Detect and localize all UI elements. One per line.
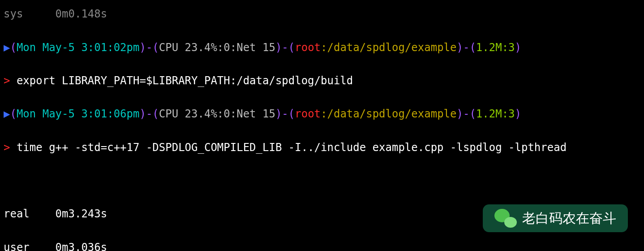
prompt-user: root <box>295 41 321 54</box>
command-text: export LIBRARY_PATH=$LIBRARY_PATH:/data/… <box>17 74 353 87</box>
watermark-badge: 老白码农在奋斗 <box>483 204 628 232</box>
prompt-date: Mon May-5 <box>17 108 75 120</box>
prompt-path: /data/spdlog/example <box>327 108 457 120</box>
wechat-icon <box>494 209 517 228</box>
prompt-date: Mon May-5 <box>17 41 75 54</box>
timing-value: 0m3.243s <box>56 208 107 220</box>
prompt-time: 3:01:02pm <box>81 41 139 54</box>
blank-line <box>4 173 640 189</box>
timing-value: 0m0.148s <box>56 8 107 20</box>
prompt-disk: 1.2M:3 <box>476 41 515 54</box>
prompt-disk: 1.2M:3 <box>476 108 515 120</box>
timing-label: sys <box>4 8 23 20</box>
prompt-time: 3:01:06pm <box>81 108 139 120</box>
prompt-arrow-icon: ▶ <box>4 108 10 120</box>
prompt-line: ▶(Mon May-5 3:01:02pm)-(CPU 23.4%:0:Net … <box>4 39 640 56</box>
prompt-user: root <box>295 108 321 120</box>
prompt-arrow-icon: ▶ <box>4 41 10 54</box>
timing-value: 0m3.036s <box>56 241 107 251</box>
command-line: > time g++ -std=c++17 -DSPDLOG_COMPILED_… <box>4 139 640 156</box>
prompt-cpu: CPU 23.4%:0:Net 15 <box>159 108 275 120</box>
prompt-symbol: > <box>4 141 10 154</box>
command-line: > export LIBRARY_PATH=$LIBRARY_PATH:/dat… <box>4 73 640 89</box>
command-text: time g++ -std=c++17 -DSPDLOG_COMPILED_LI… <box>17 141 567 154</box>
prompt-cpu: CPU 23.4%:0:Net 15 <box>159 41 275 54</box>
watermark-text: 老白码农在奋斗 <box>522 209 616 228</box>
timing-label: real <box>4 208 30 220</box>
timing-row: sys 0m0.148s <box>4 6 640 22</box>
prompt-path: /data/spdlog/example <box>327 41 457 54</box>
prompt-symbol: > <box>4 74 10 87</box>
prompt-line: ▶(Mon May-5 3:01:06pm)-(CPU 23.4%:0:Net … <box>4 106 640 122</box>
timing-label: user <box>4 241 30 251</box>
timing-row: user 0m3.036s <box>4 239 640 251</box>
